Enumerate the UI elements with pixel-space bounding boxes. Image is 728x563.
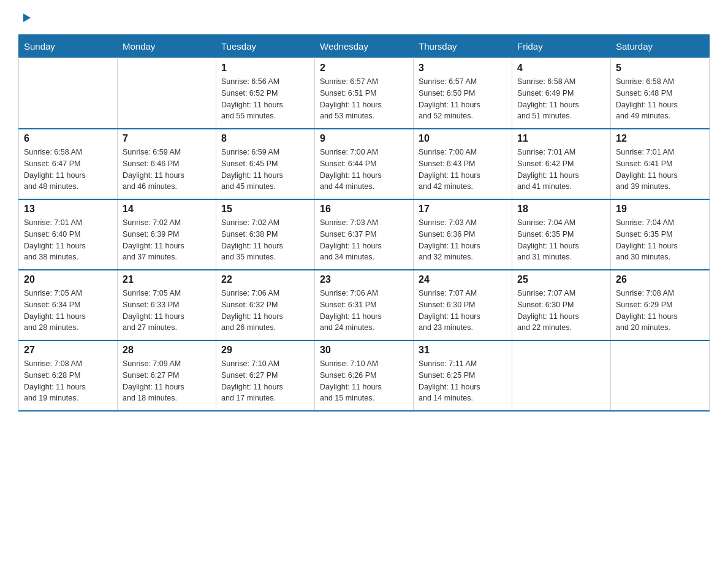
day-info: Sunrise: 7:00 AM Sunset: 6:43 PM Dayligh… [419, 147, 507, 193]
day-cell: 28Sunrise: 7:09 AM Sunset: 6:27 PM Dayli… [118, 340, 216, 411]
day-cell [118, 58, 216, 129]
day-number: 14 [123, 204, 211, 215]
day-cell: 30Sunrise: 7:10 AM Sunset: 6:26 PM Dayli… [315, 340, 414, 411]
day-number: 27 [24, 345, 112, 356]
day-cell: 19Sunrise: 7:04 AM Sunset: 6:35 PM Dayli… [611, 199, 710, 270]
day-info: Sunrise: 6:58 AM Sunset: 6:48 PM Dayligh… [616, 76, 704, 122]
day-cell: 10Sunrise: 7:00 AM Sunset: 6:43 PM Dayli… [414, 129, 512, 199]
day-number: 7 [123, 133, 211, 144]
day-cell: 15Sunrise: 7:02 AM Sunset: 6:38 PM Dayli… [216, 199, 315, 270]
day-number: 12 [616, 133, 704, 144]
day-number: 9 [320, 133, 408, 144]
day-info: Sunrise: 7:08 AM Sunset: 6:28 PM Dayligh… [24, 358, 112, 404]
day-info: Sunrise: 7:03 AM Sunset: 6:37 PM Dayligh… [320, 217, 408, 263]
day-cell: 21Sunrise: 7:05 AM Sunset: 6:33 PM Dayli… [118, 270, 216, 340]
day-number: 2 [320, 63, 408, 74]
day-info: Sunrise: 6:57 AM Sunset: 6:50 PM Dayligh… [419, 76, 507, 122]
day-info: Sunrise: 7:03 AM Sunset: 6:36 PM Dayligh… [419, 217, 507, 263]
day-info: Sunrise: 6:58 AM Sunset: 6:49 PM Dayligh… [517, 76, 605, 122]
day-info: Sunrise: 6:59 AM Sunset: 6:46 PM Dayligh… [123, 147, 211, 193]
day-cell: 9Sunrise: 7:00 AM Sunset: 6:44 PM Daylig… [315, 129, 414, 199]
day-cell: 20Sunrise: 7:05 AM Sunset: 6:34 PM Dayli… [19, 270, 118, 340]
week-row-1: 1Sunrise: 6:56 AM Sunset: 6:52 PM Daylig… [19, 58, 710, 129]
day-info: Sunrise: 7:10 AM Sunset: 6:27 PM Dayligh… [221, 358, 309, 404]
day-info: Sunrise: 6:59 AM Sunset: 6:45 PM Dayligh… [221, 147, 309, 193]
day-info: Sunrise: 7:09 AM Sunset: 6:27 PM Dayligh… [123, 358, 211, 404]
day-info: Sunrise: 7:04 AM Sunset: 6:35 PM Dayligh… [616, 217, 704, 263]
day-number: 11 [517, 133, 605, 144]
day-number: 3 [419, 63, 507, 74]
day-info: Sunrise: 7:06 AM Sunset: 6:31 PM Dayligh… [320, 288, 408, 334]
header-thursday: Thursday [414, 35, 512, 59]
day-info: Sunrise: 7:02 AM Sunset: 6:38 PM Dayligh… [221, 217, 309, 263]
day-cell: 31Sunrise: 7:11 AM Sunset: 6:25 PM Dayli… [414, 340, 512, 411]
day-number: 18 [517, 204, 605, 215]
day-number: 29 [221, 345, 309, 356]
header-saturday: Saturday [611, 35, 710, 59]
day-info: Sunrise: 7:04 AM Sunset: 6:35 PM Dayligh… [517, 217, 605, 263]
day-number: 1 [221, 63, 309, 74]
day-info: Sunrise: 6:58 AM Sunset: 6:47 PM Dayligh… [24, 147, 112, 193]
day-info: Sunrise: 7:07 AM Sunset: 6:30 PM Dayligh… [517, 288, 605, 334]
calendar-header-row: SundayMondayTuesdayWednesdayThursdayFrid… [19, 35, 710, 59]
day-cell: 5Sunrise: 6:58 AM Sunset: 6:48 PM Daylig… [611, 58, 710, 129]
header-monday: Monday [118, 35, 216, 59]
day-info: Sunrise: 7:05 AM Sunset: 6:33 PM Dayligh… [123, 288, 211, 334]
day-cell [512, 340, 611, 411]
header-sunday: Sunday [19, 35, 118, 59]
day-cell: 23Sunrise: 7:06 AM Sunset: 6:31 PM Dayli… [315, 270, 414, 340]
week-row-3: 13Sunrise: 7:01 AM Sunset: 6:40 PM Dayli… [19, 199, 710, 270]
day-cell: 18Sunrise: 7:04 AM Sunset: 6:35 PM Dayli… [512, 199, 611, 270]
day-number: 5 [616, 63, 704, 74]
day-number: 30 [320, 345, 408, 356]
day-number: 20 [24, 274, 112, 285]
day-cell: 16Sunrise: 7:03 AM Sunset: 6:37 PM Dayli… [315, 199, 414, 270]
day-number: 19 [616, 204, 704, 215]
day-info: Sunrise: 7:08 AM Sunset: 6:29 PM Dayligh… [616, 288, 704, 334]
day-cell: 13Sunrise: 7:01 AM Sunset: 6:40 PM Dayli… [19, 199, 118, 270]
day-cell: 6Sunrise: 6:58 AM Sunset: 6:47 PM Daylig… [19, 129, 118, 199]
day-number: 28 [123, 345, 211, 356]
day-info: Sunrise: 7:02 AM Sunset: 6:39 PM Dayligh… [123, 217, 211, 263]
day-cell: 3Sunrise: 6:57 AM Sunset: 6:50 PM Daylig… [414, 58, 512, 129]
page-header [18, 12, 710, 28]
day-cell: 22Sunrise: 7:06 AM Sunset: 6:32 PM Dayli… [216, 270, 315, 340]
day-info: Sunrise: 7:00 AM Sunset: 6:44 PM Dayligh… [320, 147, 408, 193]
day-info: Sunrise: 7:01 AM Sunset: 6:40 PM Dayligh… [24, 217, 112, 263]
day-number: 8 [221, 133, 309, 144]
day-cell: 4Sunrise: 6:58 AM Sunset: 6:49 PM Daylig… [512, 58, 611, 129]
day-info: Sunrise: 7:01 AM Sunset: 6:42 PM Dayligh… [517, 147, 605, 193]
day-number: 17 [419, 204, 507, 215]
day-cell: 29Sunrise: 7:10 AM Sunset: 6:27 PM Dayli… [216, 340, 315, 411]
day-cell: 14Sunrise: 7:02 AM Sunset: 6:39 PM Dayli… [118, 199, 216, 270]
day-info: Sunrise: 7:05 AM Sunset: 6:34 PM Dayligh… [24, 288, 112, 334]
day-cell: 27Sunrise: 7:08 AM Sunset: 6:28 PM Dayli… [19, 340, 118, 411]
day-cell: 17Sunrise: 7:03 AM Sunset: 6:36 PM Dayli… [414, 199, 512, 270]
day-cell: 8Sunrise: 6:59 AM Sunset: 6:45 PM Daylig… [216, 129, 315, 199]
day-info: Sunrise: 7:06 AM Sunset: 6:32 PM Dayligh… [221, 288, 309, 334]
day-number: 6 [24, 133, 112, 144]
day-number: 16 [320, 204, 408, 215]
svg-marker-0 [23, 13, 31, 22]
day-cell: 26Sunrise: 7:08 AM Sunset: 6:29 PM Dayli… [611, 270, 710, 340]
day-cell: 11Sunrise: 7:01 AM Sunset: 6:42 PM Dayli… [512, 129, 611, 199]
day-info: Sunrise: 6:56 AM Sunset: 6:52 PM Dayligh… [221, 76, 309, 122]
day-number: 23 [320, 274, 408, 285]
day-cell [611, 340, 710, 411]
week-row-2: 6Sunrise: 6:58 AM Sunset: 6:47 PM Daylig… [19, 129, 710, 199]
day-number: 15 [221, 204, 309, 215]
day-number: 26 [616, 274, 704, 285]
day-number: 31 [419, 345, 507, 356]
header-friday: Friday [512, 35, 611, 59]
day-info: Sunrise: 7:10 AM Sunset: 6:26 PM Dayligh… [320, 358, 408, 404]
day-cell: 7Sunrise: 6:59 AM Sunset: 6:46 PM Daylig… [118, 129, 216, 199]
day-info: Sunrise: 7:01 AM Sunset: 6:41 PM Dayligh… [616, 147, 704, 193]
week-row-4: 20Sunrise: 7:05 AM Sunset: 6:34 PM Dayli… [19, 270, 710, 340]
day-info: Sunrise: 6:57 AM Sunset: 6:51 PM Dayligh… [320, 76, 408, 122]
day-number: 22 [221, 274, 309, 285]
day-number: 13 [24, 204, 112, 215]
day-cell: 2Sunrise: 6:57 AM Sunset: 6:51 PM Daylig… [315, 58, 414, 129]
day-number: 21 [123, 274, 211, 285]
calendar-table: SundayMondayTuesdayWednesdayThursdayFrid… [18, 34, 710, 412]
day-number: 24 [419, 274, 507, 285]
